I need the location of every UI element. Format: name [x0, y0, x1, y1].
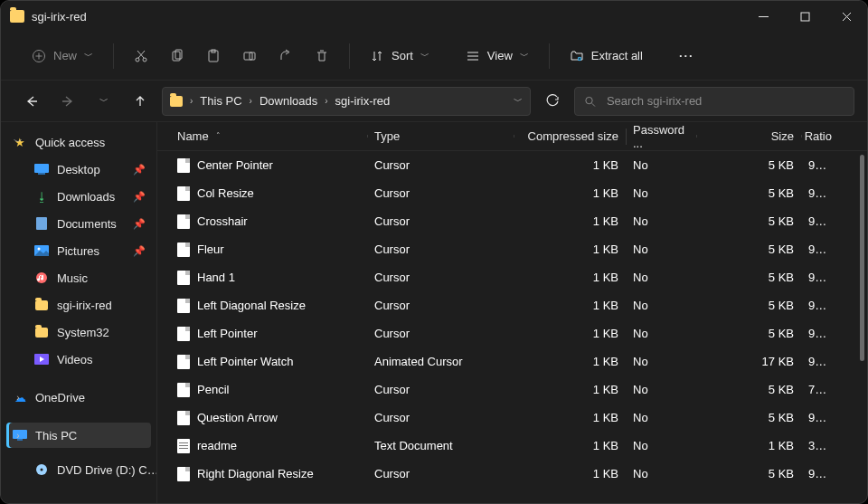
file-type: Text Document	[367, 439, 514, 452]
file-type: Cursor	[367, 383, 514, 396]
rename-button[interactable]	[233, 43, 266, 69]
file-compressed-size: 1 KB	[514, 439, 626, 452]
up-button[interactable]	[126, 87, 155, 116]
scrollbar-thumb[interactable]	[860, 155, 864, 361]
breadcrumb-current[interactable]: sgi-irix-red	[335, 94, 391, 108]
back-button[interactable]	[17, 87, 46, 116]
svg-rect-0	[801, 13, 809, 21]
file-compressed-size: 1 KB	[514, 214, 626, 228]
text-file-icon	[177, 439, 190, 453]
sidebar-item-pictures[interactable]: Pictures 📌	[6, 238, 151, 263]
file-type: Cursor	[367, 214, 514, 228]
file-explorer-window: sgi-irix-red New ﹀	[0, 0, 868, 504]
extract-all-button[interactable]: Extract all	[561, 43, 652, 69]
back-arrow-icon	[25, 95, 38, 108]
sort-icon	[370, 49, 384, 63]
column-headers: Name ˄ Type Compressed size Password ...…	[157, 122, 867, 151]
minimize-icon	[759, 12, 769, 22]
extract-label: Extract all	[591, 49, 643, 62]
file-password: No	[626, 411, 696, 424]
file-row[interactable]: CrosshairCursor1 KBNo5 KB98%	[157, 207, 867, 235]
view-label: View	[487, 49, 513, 62]
sidebar-this-pc[interactable]: › This PC	[6, 423, 151, 448]
cut-button[interactable]	[125, 43, 157, 69]
paste-button[interactable]	[197, 43, 230, 69]
sidebar-label: Quick access	[35, 136, 105, 149]
command-toolbar: New ﹀ Sort ﹀ View ﹀	[1, 32, 867, 81]
file-ratio: 93%	[801, 411, 839, 424]
file-row[interactable]: Col ResizeCursor1 KBNo5 KB97%	[157, 179, 867, 207]
share-button[interactable]	[269, 43, 302, 69]
file-size: 17 KB	[696, 355, 801, 368]
pin-icon: 📌	[133, 191, 146, 203]
file-row[interactable]: readmeText Document1 KBNo1 KB36%	[157, 432, 867, 460]
file-type: Cursor	[367, 299, 514, 312]
sort-button[interactable]: Sort ﹀	[361, 43, 439, 69]
file-name: Question Arrow	[197, 411, 278, 424]
titlebar-left: sgi-irix-red	[10, 10, 87, 24]
column-header-type[interactable]: Type	[367, 129, 514, 143]
sidebar-item-videos[interactable]: Videos	[6, 347, 151, 372]
sidebar-quick-access[interactable]: ﹀ ★ Quick access	[6, 129, 151, 155]
sidebar-item-system32[interactable]: System32	[6, 319, 151, 345]
svg-rect-8	[244, 52, 252, 60]
cut-icon	[134, 49, 148, 63]
file-icon	[177, 271, 190, 285]
maximize-button[interactable]	[784, 1, 826, 32]
file-size: 5 KB	[696, 299, 801, 312]
chevron-down-icon[interactable]: ﹀	[514, 95, 523, 108]
sidebar-label: Downloads	[57, 190, 115, 204]
search-input[interactable]	[605, 93, 844, 109]
delete-button[interactable]	[306, 43, 338, 69]
search-box[interactable]	[574, 87, 854, 116]
breadcrumb-downloads[interactable]: Downloads	[259, 94, 317, 108]
minimize-button[interactable]	[742, 1, 784, 32]
breadcrumb-this-pc[interactable]: This PC	[200, 94, 241, 108]
file-icon	[177, 214, 190, 229]
chevron-right-icon: ›	[325, 96, 327, 106]
column-header-name[interactable]: Name ˄	[170, 129, 367, 143]
copy-button[interactable]	[161, 43, 193, 69]
file-row[interactable]: Question ArrowCursor1 KBNo5 KB93%	[157, 404, 867, 432]
chevron-right-icon: ›	[14, 393, 23, 403]
file-row[interactable]: Left PointerCursor1 KBNo5 KB96%	[157, 319, 867, 347]
more-button[interactable]: ···	[670, 43, 703, 68]
recent-locations-button[interactable]: ﹀	[90, 87, 118, 116]
file-row[interactable]: PencilCursor1 KBNo5 KB78%	[157, 376, 867, 404]
file-row[interactable]: Left Pointer WatchAnimated Cursor1 KBNo1…	[157, 347, 867, 376]
file-size: 5 KB	[696, 327, 801, 340]
file-row[interactable]: Right Diagonal ResizeCursor1 KBNo5 KB97%	[157, 460, 867, 488]
sidebar-item-downloads[interactable]: ⭳ Downloads 📌	[6, 184, 151, 209]
breadcrumb[interactable]: › This PC › Downloads › sgi-irix-red ﹀	[162, 87, 531, 116]
file-ratio: 97%	[801, 299, 839, 312]
sidebar-item-dvd[interactable]: DVD Drive (D:) C…	[6, 457, 151, 482]
sidebar-item-documents[interactable]: Documents 📌	[6, 211, 151, 236]
new-button[interactable]: New ﹀	[23, 43, 102, 69]
file-row[interactable]: Hand 1Cursor1 KBNo5 KB93%	[157, 263, 867, 291]
column-header-password[interactable]: Password ...	[626, 123, 696, 150]
sidebar-label: DVD Drive (D:) C…	[57, 463, 156, 477]
sidebar-onedrive[interactable]: › ☁ OneDrive	[6, 385, 151, 410]
refresh-button[interactable]	[538, 87, 567, 116]
file-row[interactable]: FleurCursor1 KBNo5 KB96%	[157, 235, 867, 263]
file-password: No	[626, 242, 696, 256]
svg-point-2	[136, 58, 139, 62]
file-compressed-size: 1 KB	[514, 355, 626, 368]
file-size: 5 KB	[696, 383, 801, 396]
file-row[interactable]: Left Diagonal ResizeCursor1 KBNo5 KB97%	[157, 291, 867, 319]
view-button[interactable]: View ﹀	[457, 43, 538, 69]
sidebar-item-desktop[interactable]: Desktop 📌	[6, 157, 151, 182]
share-icon	[278, 49, 293, 63]
file-row[interactable]: Center PointerCursor1 KBNo5 KB97%	[157, 151, 867, 179]
rename-icon	[242, 49, 257, 63]
sidebar-item-music[interactable]: Music	[6, 265, 151, 290]
column-header-compressed[interactable]: Compressed size	[514, 129, 626, 143]
column-header-size[interactable]: Size	[696, 129, 801, 143]
chevron-down-icon: ﹀	[420, 50, 429, 62]
file-ratio: 98%	[801, 214, 839, 228]
sidebar-item-sgi[interactable]: sgi-irix-red	[6, 292, 151, 318]
toolbar-separator	[549, 43, 550, 69]
column-header-ratio[interactable]: Ratio	[801, 129, 839, 143]
forward-button[interactable]	[53, 87, 82, 116]
close-button[interactable]	[826, 1, 867, 32]
